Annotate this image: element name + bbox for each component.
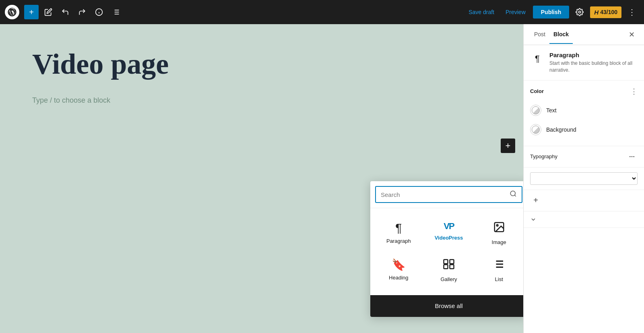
- search-input[interactable]: [381, 191, 506, 198]
- sidebar: Post Block ✕ ¶ Paragraph Start with the …: [523, 24, 644, 333]
- background-color-option[interactable]: Background: [530, 120, 638, 139]
- block-description: Start with the basic building block of a…: [549, 60, 638, 74]
- block-name: Paragraph: [549, 52, 638, 58]
- svg-rect-18: [450, 265, 454, 269]
- background-color-circle: [530, 124, 541, 135]
- editor-area[interactable]: Video page Type / to choose a block +: [0, 24, 523, 333]
- block-grid-label-paragraph: Paragraph: [386, 238, 411, 244]
- typography-actions: [626, 151, 638, 162]
- save-draft-button[interactable]: Save draft: [464, 6, 498, 18]
- wordpress-logo: [5, 5, 19, 19]
- font-family-select[interactable]: [530, 172, 638, 185]
- tab-block[interactable]: Block: [549, 25, 573, 44]
- settings-button[interactable]: [572, 5, 587, 19]
- toolbar: +: [0, 0, 644, 24]
- block-picker-popup: ¶ Paragraph VP VideoPress: [370, 181, 523, 317]
- text-color-circle: [530, 105, 541, 116]
- block-grid-label-videopress: VideoPress: [435, 235, 463, 241]
- block-grid: ¶ Paragraph VP VideoPress: [370, 208, 523, 295]
- page-title[interactable]: Video page: [32, 48, 394, 80]
- svg-rect-15: [444, 260, 448, 264]
- color-section-header: Color ⋮: [530, 87, 638, 96]
- inline-add-block-button[interactable]: +: [501, 139, 515, 153]
- block-grid-label-heading: Heading: [389, 275, 408, 281]
- list-view-button[interactable]: [109, 5, 123, 19]
- editor-placeholder[interactable]: Type / to choose a block: [32, 96, 394, 105]
- block-grid-label-image: Image: [492, 239, 506, 245]
- list-icon: [493, 258, 505, 273]
- editor-content: Video page Type / to choose a block: [32, 48, 394, 105]
- add-section-button[interactable]: +: [530, 195, 541, 206]
- typography-more-button[interactable]: [626, 151, 638, 162]
- color-section-title: Color: [530, 88, 544, 94]
- redo-button[interactable]: [75, 5, 89, 19]
- typography-row: Typography: [524, 146, 644, 168]
- block-grid-item-videopress[interactable]: VP VideoPress: [424, 215, 474, 252]
- search-wrapper: [375, 186, 522, 203]
- block-grid-item-gallery[interactable]: Gallery: [424, 252, 474, 289]
- svg-rect-17: [444, 265, 448, 269]
- paragraph-icon: ¶: [395, 221, 402, 235]
- svg-line-12: [514, 195, 516, 196]
- add-row: +: [524, 190, 644, 211]
- background-color-label: Background: [546, 126, 576, 133]
- text-color-option[interactable]: Text: [530, 101, 638, 120]
- info-button[interactable]: [92, 5, 106, 19]
- svg-point-14: [496, 225, 498, 226]
- text-color-label: Text: [546, 107, 557, 114]
- close-sidebar-button[interactable]: ✕: [625, 29, 638, 41]
- block-paragraph-icon: ¶: [530, 52, 545, 66]
- image-icon: [493, 221, 505, 236]
- hemingway-button[interactable]: H 43/100: [590, 6, 621, 18]
- publish-button[interactable]: Publish: [533, 6, 570, 19]
- block-grid-item-image[interactable]: Image: [474, 215, 523, 252]
- add-block-button[interactable]: +: [24, 5, 39, 19]
- svg-point-27: [633, 156, 634, 157]
- typography-label: Typography: [530, 153, 557, 159]
- search-icon: [510, 190, 517, 199]
- svg-point-10: [579, 11, 581, 13]
- svg-point-26: [632, 156, 633, 157]
- block-grid-label-list: List: [495, 276, 503, 282]
- expand-row: [524, 211, 644, 228]
- block-grid-item-list[interactable]: List: [474, 252, 523, 289]
- svg-point-25: [630, 156, 631, 157]
- sidebar-header: Post Block ✕: [524, 24, 644, 45]
- main-layout: Video page Type / to choose a block +: [0, 24, 644, 333]
- videopress-icon: VP: [444, 221, 454, 232]
- edit-button[interactable]: [41, 5, 56, 19]
- undo-button[interactable]: [58, 5, 72, 19]
- block-picker-search-area: [370, 181, 523, 208]
- font-dropdown-row: [524, 168, 644, 190]
- tab-post[interactable]: Post: [530, 25, 549, 44]
- block-grid-item-paragraph[interactable]: ¶ Paragraph: [374, 215, 424, 252]
- heading-icon: 🔖: [392, 258, 406, 271]
- block-info: ¶ Paragraph Start with the basic buildin…: [524, 45, 644, 81]
- svg-point-11: [510, 191, 515, 196]
- color-section-more-button[interactable]: ⋮: [630, 87, 638, 96]
- gallery-icon: [443, 258, 455, 273]
- more-options-button[interactable]: ⋮: [625, 5, 639, 19]
- svg-rect-16: [450, 260, 454, 264]
- expand-button[interactable]: [530, 216, 537, 223]
- block-grid-label-gallery: Gallery: [440, 276, 457, 282]
- preview-button[interactable]: Preview: [502, 6, 530, 18]
- block-grid-item-heading[interactable]: 🔖 Heading: [374, 252, 424, 289]
- browse-all-button[interactable]: Browse all: [370, 295, 523, 317]
- color-section: Color ⋮ Text Background: [524, 81, 644, 146]
